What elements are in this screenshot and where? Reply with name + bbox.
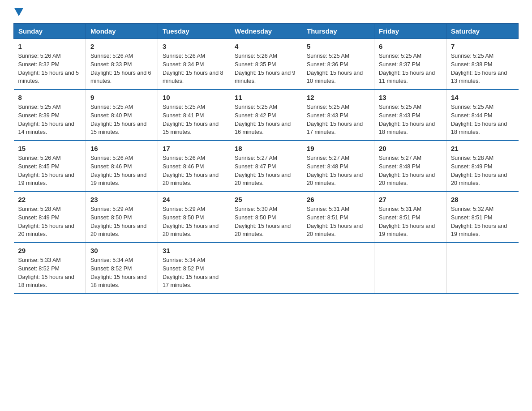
sunrise-label: Sunrise: 5:26 AM	[18, 155, 61, 161]
sunrise-label: Sunrise: 5:25 AM	[451, 53, 493, 59]
day-info: Sunrise: 5:27 AM Sunset: 8:48 PM Dayligh…	[307, 154, 369, 188]
sunset-label: Sunset: 8:42 PM	[235, 112, 276, 119]
table-row: 25 Sunrise: 5:30 AM Sunset: 8:50 PM Dayl…	[230, 192, 302, 243]
sunset-label: Sunset: 8:35 PM	[235, 61, 276, 68]
daylight-label: Daylight: 15 hours and 18 minutes.	[379, 121, 435, 136]
table-row: 23 Sunrise: 5:29 AM Sunset: 8:50 PM Dayl…	[86, 192, 158, 243]
table-row	[446, 243, 519, 294]
daylight-label: Daylight: 15 hours and 18 minutes.	[90, 274, 146, 289]
sunrise-label: Sunrise: 5:26 AM	[90, 53, 133, 59]
sunset-label: Sunset: 8:45 PM	[18, 163, 60, 170]
table-row: 4 Sunrise: 5:26 AM Sunset: 8:35 PM Dayli…	[230, 39, 302, 90]
sunset-label: Sunset: 8:36 PM	[307, 61, 348, 68]
day-number: 6	[379, 43, 442, 50]
day-info: Sunrise: 5:31 AM Sunset: 8:51 PM Dayligh…	[379, 205, 442, 239]
day-info: Sunrise: 5:26 AM Sunset: 8:32 PM Dayligh…	[18, 52, 82, 86]
day-number: 26	[307, 196, 369, 203]
day-number: 2	[90, 43, 153, 50]
daylight-label: Daylight: 15 hours and 20 minutes.	[163, 223, 219, 238]
sunset-label: Sunset: 8:39 PM	[18, 112, 60, 119]
sunrise-label: Sunrise: 5:25 AM	[18, 104, 61, 110]
day-info: Sunrise: 5:26 AM Sunset: 8:45 PM Dayligh…	[18, 154, 82, 188]
sunset-label: Sunset: 8:50 PM	[90, 214, 132, 221]
table-row: 10 Sunrise: 5:25 AM Sunset: 8:41 PM Dayl…	[158, 90, 230, 141]
sunrise-label: Sunrise: 5:26 AM	[163, 53, 205, 59]
table-row	[230, 243, 302, 294]
day-number: 29	[18, 247, 82, 254]
table-row: 22 Sunrise: 5:28 AM Sunset: 8:49 PM Dayl…	[14, 192, 86, 243]
day-number: 9	[90, 94, 153, 101]
sunrise-label: Sunrise: 5:25 AM	[307, 53, 349, 59]
day-info: Sunrise: 5:25 AM Sunset: 8:39 PM Dayligh…	[18, 103, 82, 137]
table-row	[302, 243, 374, 294]
header-thursday: Thursday	[302, 24, 374, 39]
day-number: 10	[163, 94, 225, 101]
sunrise-label: Sunrise: 5:25 AM	[379, 53, 421, 59]
daylight-label: Daylight: 15 hours and 19 minutes.	[451, 223, 507, 238]
daylight-label: Daylight: 15 hours and 17 minutes.	[163, 274, 219, 289]
sunset-label: Sunset: 8:38 PM	[451, 61, 492, 68]
day-info: Sunrise: 5:25 AM Sunset: 8:42 PM Dayligh…	[235, 103, 297, 137]
table-row: 11 Sunrise: 5:25 AM Sunset: 8:42 PM Dayl…	[230, 90, 302, 141]
day-info: Sunrise: 5:33 AM Sunset: 8:52 PM Dayligh…	[18, 256, 82, 290]
day-number: 11	[235, 94, 297, 101]
table-row: 27 Sunrise: 5:31 AM Sunset: 8:51 PM Dayl…	[374, 192, 446, 243]
sunset-label: Sunset: 8:43 PM	[379, 112, 420, 119]
day-number: 24	[163, 196, 225, 203]
calendar-week-row: 1 Sunrise: 5:26 AM Sunset: 8:32 PM Dayli…	[14, 39, 519, 90]
calendar-table: Sunday Monday Tuesday Wednesday Thursday…	[13, 23, 519, 294]
day-info: Sunrise: 5:31 AM Sunset: 8:51 PM Dayligh…	[307, 205, 369, 239]
sunrise-label: Sunrise: 5:25 AM	[163, 104, 205, 110]
table-row: 7 Sunrise: 5:25 AM Sunset: 8:38 PM Dayli…	[446, 39, 519, 90]
sunset-label: Sunset: 8:50 PM	[163, 214, 204, 221]
daylight-label: Daylight: 15 hours and 6 minutes.	[90, 70, 151, 85]
sunrise-label: Sunrise: 5:26 AM	[235, 53, 277, 59]
table-row: 19 Sunrise: 5:27 AM Sunset: 8:48 PM Dayl…	[302, 141, 374, 192]
table-row: 17 Sunrise: 5:26 AM Sunset: 8:46 PM Dayl…	[158, 141, 230, 192]
sunset-label: Sunset: 8:40 PM	[90, 112, 132, 119]
sunrise-label: Sunrise: 5:30 AM	[235, 206, 277, 212]
day-number: 7	[451, 43, 514, 50]
day-info: Sunrise: 5:26 AM Sunset: 8:33 PM Dayligh…	[90, 52, 153, 86]
daylight-label: Daylight: 15 hours and 10 minutes.	[307, 70, 363, 85]
day-info: Sunrise: 5:26 AM Sunset: 8:46 PM Dayligh…	[163, 154, 225, 188]
day-info: Sunrise: 5:25 AM Sunset: 8:40 PM Dayligh…	[90, 103, 153, 137]
header-sunday: Sunday	[14, 24, 86, 39]
sunset-label: Sunset: 8:49 PM	[18, 214, 60, 221]
sunrise-label: Sunrise: 5:25 AM	[451, 104, 493, 110]
header-saturday: Saturday	[446, 24, 519, 39]
daylight-label: Daylight: 15 hours and 18 minutes.	[451, 121, 507, 136]
day-info: Sunrise: 5:28 AM Sunset: 8:49 PM Dayligh…	[451, 154, 514, 188]
sunrise-label: Sunrise: 5:29 AM	[90, 206, 133, 212]
sunset-label: Sunset: 8:52 PM	[90, 265, 132, 272]
table-row: 13 Sunrise: 5:25 AM Sunset: 8:43 PM Dayl…	[374, 90, 446, 141]
day-number: 3	[163, 43, 225, 50]
daylight-label: Daylight: 15 hours and 14 minutes.	[18, 121, 74, 136]
table-row: 28 Sunrise: 5:32 AM Sunset: 8:51 PM Dayl…	[446, 192, 519, 243]
day-info: Sunrise: 5:29 AM Sunset: 8:50 PM Dayligh…	[163, 205, 225, 239]
day-number: 22	[18, 196, 82, 203]
table-row: 20 Sunrise: 5:27 AM Sunset: 8:48 PM Dayl…	[374, 141, 446, 192]
table-row: 15 Sunrise: 5:26 AM Sunset: 8:45 PM Dayl…	[14, 141, 86, 192]
sunrise-label: Sunrise: 5:25 AM	[235, 104, 277, 110]
table-row: 3 Sunrise: 5:26 AM Sunset: 8:34 PM Dayli…	[158, 39, 230, 90]
day-info: Sunrise: 5:26 AM Sunset: 8:46 PM Dayligh…	[90, 154, 153, 188]
daylight-label: Daylight: 15 hours and 20 minutes.	[235, 172, 291, 187]
sunset-label: Sunset: 8:37 PM	[379, 61, 420, 68]
calendar-week-row: 8 Sunrise: 5:25 AM Sunset: 8:39 PM Dayli…	[14, 90, 519, 141]
daylight-label: Daylight: 15 hours and 20 minutes.	[307, 223, 363, 238]
daylight-label: Daylight: 15 hours and 18 minutes.	[18, 274, 74, 289]
sunrise-label: Sunrise: 5:25 AM	[379, 104, 421, 110]
header-wednesday: Wednesday	[230, 24, 302, 39]
sunset-label: Sunset: 8:46 PM	[90, 163, 132, 170]
sunrise-label: Sunrise: 5:34 AM	[163, 257, 205, 263]
table-row: 6 Sunrise: 5:25 AM Sunset: 8:37 PM Dayli…	[374, 39, 446, 90]
sunrise-label: Sunrise: 5:26 AM	[163, 155, 205, 161]
calendar-week-row: 29 Sunrise: 5:33 AM Sunset: 8:52 PM Dayl…	[14, 243, 519, 294]
day-info: Sunrise: 5:25 AM Sunset: 8:43 PM Dayligh…	[379, 103, 442, 137]
sunrise-label: Sunrise: 5:33 AM	[18, 257, 61, 263]
daylight-label: Daylight: 15 hours and 15 minutes.	[90, 121, 146, 136]
table-row: 21 Sunrise: 5:28 AM Sunset: 8:49 PM Dayl…	[446, 141, 519, 192]
day-info: Sunrise: 5:27 AM Sunset: 8:48 PM Dayligh…	[379, 154, 442, 188]
table-row: 26 Sunrise: 5:31 AM Sunset: 8:51 PM Dayl…	[302, 192, 374, 243]
